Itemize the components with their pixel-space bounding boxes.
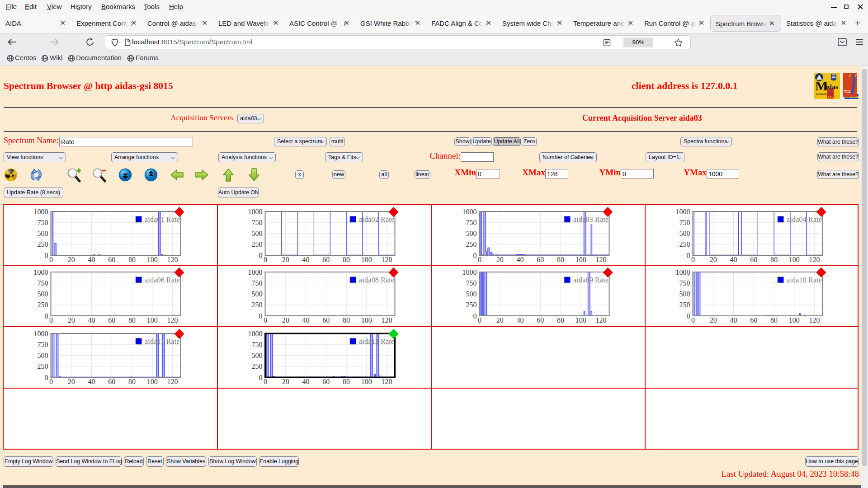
svg-text:0: 0 <box>45 374 48 381</box>
svg-text:100: 100 <box>576 316 586 324</box>
svg-text:20: 20 <box>710 256 717 263</box>
svg-text:250: 250 <box>466 301 477 309</box>
svg-text:100: 100 <box>361 256 372 263</box>
svg-text:750: 750 <box>252 219 263 226</box>
svg-text:20: 20 <box>282 316 289 324</box>
svg-text:20: 20 <box>710 316 717 324</box>
svg-text:1000: 1000 <box>462 268 477 276</box>
svg-text:0: 0 <box>49 256 53 263</box>
svg-text:500: 500 <box>679 290 690 298</box>
svg-text:250: 250 <box>252 362 263 370</box>
svg-text:60: 60 <box>108 256 115 263</box>
svg-text:0: 0 <box>264 378 267 385</box>
svg-text:750: 750 <box>38 219 48 226</box>
svg-text:120: 120 <box>809 256 820 263</box>
svg-text:40: 40 <box>88 378 95 385</box>
svg-text:60: 60 <box>322 378 330 385</box>
svg-text:120: 120 <box>167 256 178 263</box>
svg-text:1000: 1000 <box>248 208 263 216</box>
svg-text:40: 40 <box>517 316 524 324</box>
svg-text:500: 500 <box>38 352 48 359</box>
svg-text:500: 500 <box>466 290 477 298</box>
svg-text:80: 80 <box>343 378 350 385</box>
svg-text:0: 0 <box>691 256 695 263</box>
svg-text:500: 500 <box>679 230 690 237</box>
svg-text:750: 750 <box>466 279 477 287</box>
svg-text:60: 60 <box>537 256 544 263</box>
svg-text:20: 20 <box>496 316 504 324</box>
svg-text:40: 40 <box>302 378 310 385</box>
svg-text:0: 0 <box>264 316 267 324</box>
svg-text:100: 100 <box>576 256 586 263</box>
svg-text:750: 750 <box>38 279 48 287</box>
svg-text:60: 60 <box>537 316 544 324</box>
svg-text:120: 120 <box>382 256 392 263</box>
svg-text:aida09 Rate: aida09 Rate <box>573 276 609 284</box>
svg-text:aida03 Rate: aida03 Rate <box>573 216 609 223</box>
svg-text:750: 750 <box>679 279 690 287</box>
svg-text:0: 0 <box>473 312 477 320</box>
svg-text:250: 250 <box>466 240 477 248</box>
svg-text:750: 750 <box>466 219 477 226</box>
svg-text:T C L: T C L <box>828 96 833 98</box>
svg-text:1000: 1000 <box>34 268 48 276</box>
svg-text:100: 100 <box>147 378 158 385</box>
svg-text:1000: 1000 <box>676 208 690 216</box>
svg-text:0: 0 <box>264 256 267 263</box>
svg-text:120: 120 <box>167 316 178 324</box>
svg-text:250: 250 <box>38 362 48 370</box>
svg-text:0: 0 <box>687 252 690 259</box>
svg-text:0: 0 <box>691 316 695 324</box>
svg-text:aida10 Rate: aida10 Rate <box>787 276 822 284</box>
svg-text:500: 500 <box>38 290 48 298</box>
svg-text:60: 60 <box>322 316 330 324</box>
svg-text:500: 500 <box>38 230 48 237</box>
svg-text:0: 0 <box>259 312 263 320</box>
svg-text:80: 80 <box>557 316 564 324</box>
svg-text:1000: 1000 <box>462 208 477 216</box>
svg-text:20: 20 <box>68 378 75 385</box>
svg-text:40: 40 <box>730 256 737 263</box>
svg-text:aida11 Rate: aida11 Rate <box>145 338 180 345</box>
svg-text:60: 60 <box>750 316 757 324</box>
svg-text:500: 500 <box>252 290 263 298</box>
svg-text:100: 100 <box>789 316 800 324</box>
svg-text:aida02 Rate: aida02 Rate <box>359 216 394 223</box>
svg-text:0: 0 <box>45 312 48 320</box>
svg-text:120: 120 <box>596 256 607 263</box>
svg-text:60: 60 <box>322 256 330 263</box>
svg-text:20: 20 <box>282 256 289 263</box>
svg-text:aida06 Rate: aida06 Rate <box>145 276 180 284</box>
svg-text:500: 500 <box>466 230 477 237</box>
svg-text:250: 250 <box>38 240 48 248</box>
svg-text:250: 250 <box>252 240 263 248</box>
svg-text:20: 20 <box>68 316 75 324</box>
svg-text:40: 40 <box>88 256 95 263</box>
svg-text:0: 0 <box>49 316 53 324</box>
svg-text:250: 250 <box>252 301 263 309</box>
svg-text:40: 40 <box>730 316 737 324</box>
svg-text:40: 40 <box>302 316 310 324</box>
svg-text:20: 20 <box>68 256 75 263</box>
svg-text:20: 20 <box>282 378 289 385</box>
svg-text:0: 0 <box>478 256 481 263</box>
svg-text:40: 40 <box>88 316 95 324</box>
svg-text:TCL: TCL <box>844 89 852 94</box>
svg-text:80: 80 <box>770 316 778 324</box>
svg-text:1000: 1000 <box>248 268 263 276</box>
svg-text:powered by: powered by <box>816 93 828 95</box>
svg-text:80: 80 <box>557 256 564 263</box>
svg-text:60: 60 <box>108 316 115 324</box>
svg-text:1000: 1000 <box>248 330 263 338</box>
svg-text:750: 750 <box>679 219 690 226</box>
svg-text:0: 0 <box>259 374 263 381</box>
svg-text:120: 120 <box>167 378 178 385</box>
svg-text:250: 250 <box>38 301 48 309</box>
svg-text:80: 80 <box>128 378 136 385</box>
svg-text:80: 80 <box>343 316 350 324</box>
svg-text:750: 750 <box>252 341 263 348</box>
svg-text:0: 0 <box>259 252 263 259</box>
svg-text:aida08 Rate: aida08 Rate <box>359 276 394 284</box>
svg-text:120: 120 <box>382 316 392 324</box>
svg-text:80: 80 <box>770 256 778 263</box>
